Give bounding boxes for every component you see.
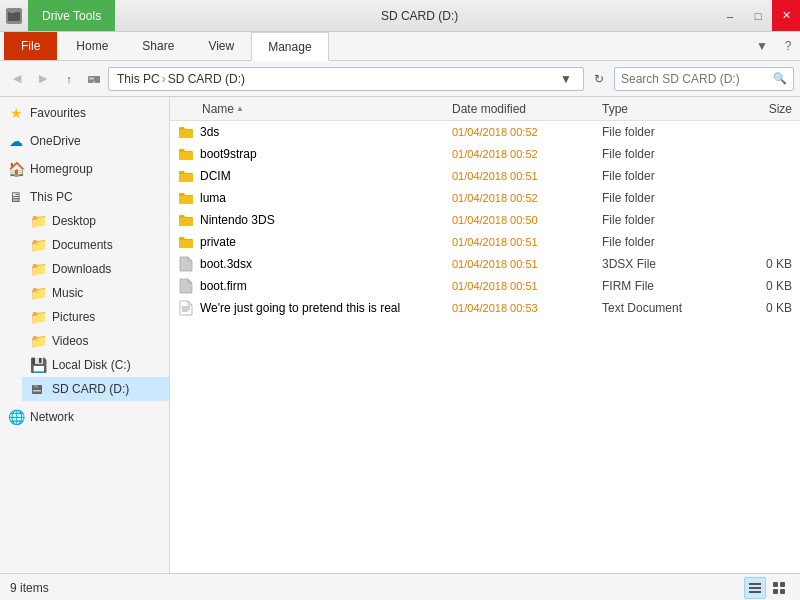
sidebar-item-music[interactable]: 📁 Music xyxy=(22,281,169,305)
search-box[interactable]: 🔍 xyxy=(614,67,794,91)
file-name: We're just going to pretend this is real xyxy=(200,301,452,315)
back-button[interactable]: ◀ xyxy=(6,68,28,90)
tab-view[interactable]: View xyxy=(191,32,251,60)
sidebar-item-documents[interactable]: 📁 Documents xyxy=(22,233,169,257)
title-bar-left xyxy=(0,0,28,31)
file-name: boot.firm xyxy=(200,279,452,293)
table-row[interactable]: private01/04/2018 00:51File folder xyxy=(170,231,800,253)
sidebar-section-homegroup: 🏠 Homegroup xyxy=(0,157,169,181)
file-date: 01/04/2018 00:51 xyxy=(452,258,602,270)
svg-rect-13 xyxy=(179,240,193,248)
path-sdcard: SD CARD (D:) xyxy=(168,72,245,86)
sidebar-item-downloads[interactable]: 📁 Downloads xyxy=(22,257,169,281)
sidebar-section-favourites: ★ Favourites xyxy=(0,101,169,125)
table-row[interactable]: 3ds01/04/2018 00:52File folder xyxy=(170,121,800,143)
tab-manage[interactable]: Manage xyxy=(251,32,328,61)
documents-label: Documents xyxy=(52,238,161,252)
svg-rect-4 xyxy=(89,77,94,79)
table-row[interactable]: boot9strap01/04/2018 00:52File folder xyxy=(170,143,800,165)
help-button[interactable]: ? xyxy=(776,32,800,60)
svg-rect-20 xyxy=(773,582,778,587)
sidebar-item-desktop[interactable]: 📁 Desktop xyxy=(22,209,169,233)
col-header-name[interactable]: Name ▲ xyxy=(178,102,452,116)
details-view-button[interactable] xyxy=(744,577,766,599)
svg-rect-9 xyxy=(179,152,193,160)
sidebar-item-network[interactable]: 🌐 Network xyxy=(0,405,169,429)
col-header-type[interactable]: Type xyxy=(602,102,722,116)
forward-button[interactable]: ▶ xyxy=(32,68,54,90)
sidebar-item-sdcard[interactable]: SD CARD (D:) xyxy=(22,377,169,401)
col-header-size[interactable]: Size xyxy=(722,102,792,116)
folder-icon xyxy=(178,168,194,184)
file-name: luma xyxy=(200,191,452,205)
videos-label: Videos xyxy=(52,334,161,348)
folder-icon xyxy=(178,234,194,250)
folder-icon xyxy=(178,190,194,206)
path-dropdown-arrow[interactable]: ▼ xyxy=(557,72,575,86)
ribbon-chevron[interactable]: ▼ xyxy=(748,32,776,60)
file-type: File folder xyxy=(602,147,722,161)
file-type: File folder xyxy=(602,169,722,183)
ribbon: File Home Share View Manage ▼ ? xyxy=(0,32,800,61)
sidebar-item-favourites[interactable]: ★ Favourites xyxy=(0,101,169,125)
sidebar-section-network: 🌐 Network xyxy=(0,405,169,429)
sidebar-section-thispc: 🖥 This PC 📁 Desktop 📁 Documents 📁 Downlo… xyxy=(0,185,169,401)
sidebar-item-videos[interactable]: 📁 Videos xyxy=(22,329,169,353)
desktop-label: Desktop xyxy=(52,214,161,228)
table-row[interactable]: We're just going to pretend this is real… xyxy=(170,297,800,319)
table-row[interactable]: boot.3dsx01/04/2018 00:513DSX File0 KB xyxy=(170,253,800,275)
drive-tools-tab[interactable]: Drive Tools xyxy=(28,0,115,31)
tab-home[interactable]: Home xyxy=(59,32,125,60)
file-date: 01/04/2018 00:52 xyxy=(452,126,602,138)
address-bar: ◀ ▶ ↑ This PC › SD CARD (D:) ▼ ↻ 🔍 xyxy=(0,61,800,97)
tab-file[interactable]: File xyxy=(4,32,57,60)
close-button[interactable]: ✕ xyxy=(772,0,800,31)
file-date: 01/04/2018 00:53 xyxy=(452,302,602,314)
search-input[interactable] xyxy=(621,72,773,86)
tab-share[interactable]: Share xyxy=(125,32,191,60)
svg-rect-18 xyxy=(749,587,761,589)
sidebar-item-thispc[interactable]: 🖥 This PC xyxy=(0,185,169,209)
title-bar: Drive Tools SD CARD (D:) – □ ✕ xyxy=(0,0,800,32)
pictures-label: Pictures xyxy=(52,310,161,324)
table-row[interactable]: luma01/04/2018 00:52File folder xyxy=(170,187,800,209)
svg-rect-7 xyxy=(33,390,41,392)
refresh-button[interactable]: ↻ xyxy=(588,68,610,90)
file-type: FIRM File xyxy=(602,279,722,293)
star-icon: ★ xyxy=(8,105,24,121)
table-row[interactable]: DCIM01/04/2018 00:51File folder xyxy=(170,165,800,187)
favourites-label: Favourites xyxy=(30,106,161,120)
drive-icon-c: 💾 xyxy=(30,357,46,373)
file-rows-container: 3ds01/04/2018 00:52File folder boot9stra… xyxy=(170,121,800,319)
sidebar-item-onedrive[interactable]: ☁ OneDrive xyxy=(0,129,169,153)
cloud-icon: ☁ xyxy=(8,133,24,149)
sidebar-item-homegroup[interactable]: 🏠 Homegroup xyxy=(0,157,169,181)
maximize-button[interactable]: □ xyxy=(744,0,772,31)
downloads-label: Downloads xyxy=(52,262,161,276)
main-layout: ★ Favourites ☁ OneDrive 🏠 Homegroup 🖥 Th… xyxy=(0,97,800,573)
network-label: Network xyxy=(30,410,161,424)
table-row[interactable]: boot.firm01/04/2018 00:51FIRM File0 KB xyxy=(170,275,800,297)
file-type: File folder xyxy=(602,125,722,139)
file-type: File folder xyxy=(602,235,722,249)
table-row[interactable]: Nintendo 3DS01/04/2018 00:50File folder xyxy=(170,209,800,231)
view-controls xyxy=(744,577,790,599)
file-date: 01/04/2018 00:52 xyxy=(452,192,602,204)
status-bar: 9 items xyxy=(0,573,800,600)
file-name: boot.3dsx xyxy=(200,257,452,271)
minimize-button[interactable]: – xyxy=(716,0,744,31)
address-path[interactable]: This PC › SD CARD (D:) ▼ xyxy=(108,67,584,91)
file-size: 0 KB xyxy=(722,279,792,293)
file-type: File folder xyxy=(602,213,722,227)
sidebar-item-localdisk[interactable]: 💾 Local Disk (C:) xyxy=(22,353,169,377)
folder-icon-downloads: 📁 xyxy=(30,261,46,277)
svg-rect-0 xyxy=(8,12,20,21)
col-header-date[interactable]: Date modified xyxy=(452,102,602,116)
onedrive-label: OneDrive xyxy=(30,134,161,148)
drive-icon-btn[interactable] xyxy=(84,69,104,89)
file-name: private xyxy=(200,235,452,249)
sidebar-item-pictures[interactable]: 📁 Pictures xyxy=(22,305,169,329)
up-button[interactable]: ↑ xyxy=(58,68,80,90)
large-icons-view-button[interactable] xyxy=(768,577,790,599)
sidebar-section-onedrive: ☁ OneDrive xyxy=(0,129,169,153)
